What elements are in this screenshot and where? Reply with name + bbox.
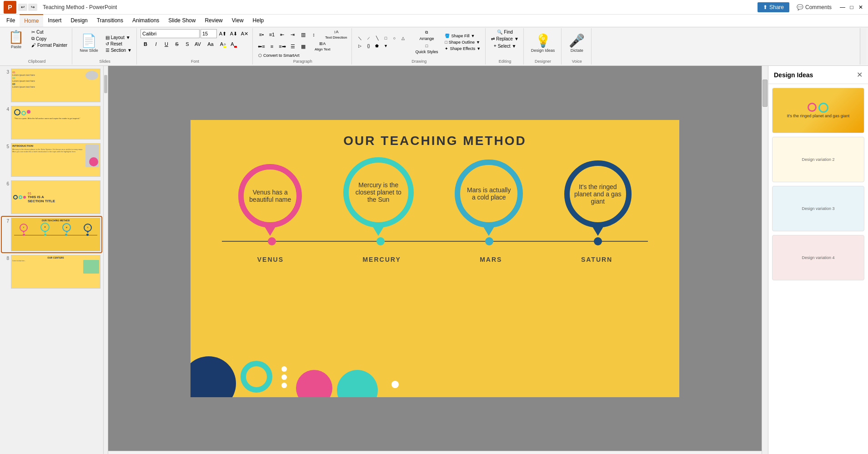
numbered-list-btn[interactable]: ≡1 [267, 30, 277, 39]
shape-fill-btn[interactable]: 🪣 Shape Fill ▼ [443, 33, 482, 39]
tab-view[interactable]: View [227, 14, 248, 27]
cut-icon: ✂ [31, 30, 35, 35]
design-ideas-btn[interactable]: 💡 Design Ideas [527, 33, 559, 55]
shadow-btn[interactable]: S [182, 40, 192, 49]
bold-btn[interactable]: B [140, 40, 151, 49]
drawing-tool-2[interactable]: ⟋ [364, 35, 372, 42]
design-idea-2[interactable]: Design variation 2 [772, 137, 864, 182]
tab-home[interactable]: Home [20, 14, 43, 27]
slide-thumb-4[interactable]: 4 "This is a quote. Write the full secti… [2, 105, 101, 140]
slide-thumb-6[interactable]: 6 01 THIS IS ASECTION TITLE [2, 180, 101, 215]
minimize-btn[interactable]: — [839, 4, 846, 11]
col-btn[interactable]: ▦ [298, 42, 308, 51]
maximize-btn[interactable]: □ [848, 4, 855, 11]
replace-btn[interactable]: ⇄ Replace ▼ [489, 36, 521, 42]
ribbon-scroll[interactable] [860, 28, 866, 65]
share-button[interactable]: ⬆ Share [758, 2, 789, 12]
line-spacing-btn[interactable]: ↕ [309, 30, 319, 39]
design-idea-3[interactable]: Design variation 3 [772, 186, 864, 231]
align-text-btn[interactable]: ⊞A Align Text [313, 41, 332, 52]
shape-effects-btn[interactable]: ✦ Shape Effects ▼ [443, 46, 482, 51]
tab-design[interactable]: Design [66, 14, 92, 27]
font-decrease-btn[interactable]: A⬇ [229, 29, 239, 38]
font-size-input[interactable] [201, 29, 217, 38]
tab-insert[interactable]: Insert [43, 14, 66, 27]
drawing-tool-9[interactable]: ⬟ [373, 42, 381, 50]
drawing-tool-1[interactable]: ＼ [356, 35, 364, 42]
canvas-scrollbar-thumb[interactable] [763, 80, 768, 107]
design-idea-4[interactable]: Design variation 4 [772, 235, 864, 280]
tab-review[interactable]: Review [200, 14, 227, 27]
comments-button[interactable]: 💬 Comments [793, 2, 835, 12]
tab-slideshow[interactable]: Slide Show [164, 14, 200, 27]
scrollbar-thumb[interactable] [104, 75, 107, 93]
slide-thumb-7[interactable]: 7 OUR TEACHING METHOD V M [2, 217, 101, 252]
drawing-tool-3[interactable]: ╲ [373, 35, 381, 42]
redo-btn[interactable]: ↪ [28, 4, 37, 11]
align-left-btn[interactable]: ⬅≡ [256, 42, 266, 51]
char-spacing-btn[interactable]: AV [193, 40, 203, 49]
convert-smartart-btn[interactable]: ⬡ Convert to SmartArt [256, 53, 301, 58]
tab-file[interactable]: File [2, 14, 20, 27]
main-slide[interactable]: OUR TEACHING METHOD Venus has a beautifu… [191, 120, 679, 397]
canvas-scrollbar[interactable] [762, 66, 768, 454]
tab-animations[interactable]: Animations [128, 14, 164, 27]
align-right-btn[interactable]: ≡➡ [277, 42, 287, 51]
slide-thumb-3[interactable]: 3 01 Lorem ipsum text here 02 Lorem ipsu… [2, 68, 101, 103]
design-idea-1[interactable]: It's the ringed planet and gas giant [772, 88, 864, 133]
shape-outline-btn[interactable]: □ Shape Outline ▼ [443, 40, 482, 45]
clear-format-btn[interactable]: A✕ [240, 29, 250, 38]
slide-img-4: "This is a quote. Write the full section… [11, 106, 100, 140]
font-size-aa-btn[interactable]: Aa [206, 40, 216, 49]
editing-group: 🔍 Find ⇄ Replace ▼ ⌖ Select ▼ Editing [487, 28, 524, 65]
find-btn[interactable]: 🔍 Find [495, 29, 514, 35]
font-increase-btn[interactable]: A⬆ [218, 29, 228, 38]
drawing-more[interactable]: ▼ [381, 42, 390, 50]
highlight-btn[interactable]: A⬦ [218, 40, 228, 49]
strikethrough-btn[interactable]: S [172, 40, 182, 49]
new-slide-button[interactable]: 📄 New Slide [76, 33, 102, 55]
select-btn[interactable]: ⌖ Select ▼ [492, 43, 518, 49]
bullets-btn[interactable]: ≡• [256, 30, 266, 39]
arrange-btn[interactable]: ⧉ Arrange [412, 29, 441, 42]
saturn-description: It's the ringed planet and a gas giant [570, 179, 626, 210]
notes-bar[interactable]: Click to add notes [108, 451, 762, 454]
drawing-tool-8[interactable]: {} [364, 42, 372, 50]
format-painter-button[interactable]: 🖌 Format Painter [30, 42, 69, 48]
drawing-tool-5[interactable]: ○ [390, 35, 398, 42]
slide-img-3: 01 Lorem ipsum text here 02 Lorem ipsum … [11, 69, 100, 102]
comments-label: Comments [805, 4, 832, 10]
increase-indent-btn[interactable]: ⇥ [288, 30, 298, 39]
file-title: Teaching Method - PowerPoint [43, 4, 117, 10]
drawing-tool-7[interactable]: ▷ [356, 42, 364, 50]
italic-btn[interactable]: I [151, 40, 161, 49]
drawing-tool-6[interactable]: △ [399, 35, 407, 42]
columns-btn[interactable]: ▥ [298, 30, 308, 39]
drawing-label: Drawing [411, 59, 426, 64]
reset-button[interactable]: ↺ Reset [104, 41, 134, 47]
layout-button[interactable]: ▤ Layout ▼ [104, 35, 134, 40]
design-panel-close-btn[interactable]: ✕ [857, 70, 863, 79]
undo-btn[interactable]: ↩ [18, 4, 27, 11]
tab-transitions[interactable]: Transitions [92, 14, 128, 27]
drawing-tool-4[interactable]: □ [381, 35, 390, 42]
slide-thumb-5[interactable]: 5 INTRODUCTION Mercury is the closest pl… [2, 142, 101, 178]
slide-thumb-8[interactable]: 8 OUR CENTERS Center list data here... [2, 254, 101, 289]
paste-button[interactable]: 📋 Paste [5, 29, 28, 51]
font-color-btn[interactable]: A_ [229, 40, 239, 49]
slide-panel-scrollbar[interactable] [104, 66, 108, 454]
align-center-btn[interactable]: ≡ [267, 42, 277, 51]
decrease-indent-btn[interactable]: ⇤ [277, 30, 287, 39]
tab-help[interactable]: Help [248, 14, 269, 27]
section-button[interactable]: ☰ Section ▼ [104, 47, 134, 53]
mars-label: MARS [480, 256, 502, 263]
dictate-btn[interactable]: 🎤 Dictate [565, 33, 588, 55]
underline-btn[interactable]: U [161, 40, 171, 49]
justify-btn[interactable]: ☰ [288, 42, 298, 51]
copy-button[interactable]: ⧉ Copy [30, 35, 69, 42]
quick-styles-btn[interactable]: □ Quick Styles [412, 43, 441, 55]
text-direction-btn[interactable]: ↕A Text Direction [323, 29, 349, 40]
cut-button[interactable]: ✂ Cut [30, 29, 69, 35]
close-btn[interactable]: ✕ [857, 4, 864, 11]
font-name-input[interactable] [140, 29, 200, 38]
